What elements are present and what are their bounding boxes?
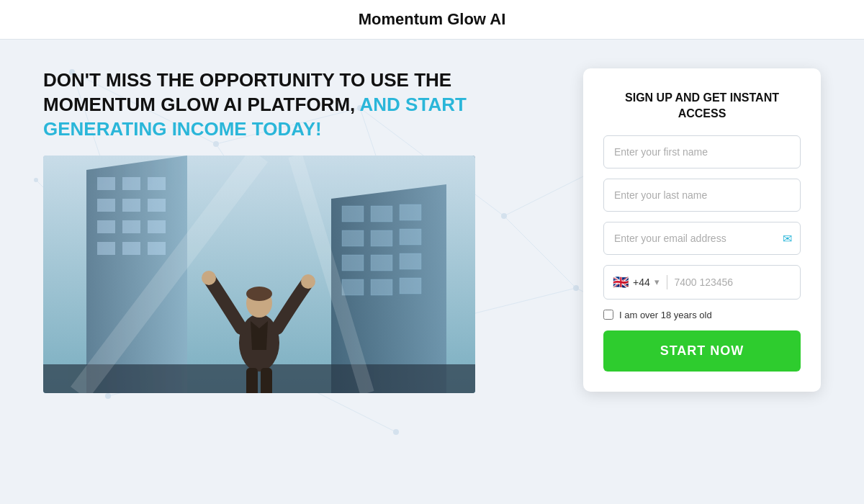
svg-rect-54 — [400, 229, 421, 245]
last-name-input[interactable] — [603, 179, 801, 212]
svg-rect-56 — [371, 255, 392, 271]
age-checkbox[interactable] — [603, 310, 613, 320]
svg-rect-36 — [97, 177, 115, 190]
svg-rect-43 — [122, 220, 140, 233]
phone-wrapper: 🇬🇧 +44 ▾ — [603, 265, 801, 300]
svg-rect-49 — [342, 206, 364, 222]
age-label[interactable]: I am over 18 years old — [619, 310, 712, 320]
svg-rect-50 — [371, 206, 392, 222]
svg-rect-68 — [261, 368, 272, 393]
phone-code: +44 — [633, 276, 650, 288]
left-column: DON'T MISS THE OPPORTUNITY TO USE THE MO… — [43, 68, 554, 393]
svg-rect-44 — [148, 220, 166, 233]
svg-rect-52 — [342, 230, 364, 246]
phone-input[interactable] — [674, 276, 791, 288]
svg-rect-42 — [97, 220, 115, 233]
svg-rect-57 — [400, 253, 421, 269]
email-icon: ✉ — [783, 231, 792, 245]
svg-rect-37 — [122, 177, 140, 190]
svg-rect-41 — [148, 199, 166, 212]
hero-image — [43, 156, 475, 393]
svg-rect-39 — [97, 199, 115, 212]
svg-point-65 — [202, 271, 216, 285]
phone-flag-icon: 🇬🇧 — [613, 274, 629, 290]
svg-point-66 — [301, 274, 315, 289]
svg-rect-40 — [122, 199, 140, 212]
svg-rect-38 — [148, 177, 166, 190]
svg-rect-55 — [342, 255, 364, 271]
age-verification-row: I am over 18 years old — [603, 310, 801, 320]
svg-point-64 — [246, 287, 272, 301]
email-wrapper: ✉ — [603, 222, 801, 255]
svg-rect-53 — [371, 230, 392, 246]
svg-rect-46 — [122, 242, 140, 255]
hero-headline: DON'T MISS THE OPPORTUNITY TO USE THE MO… — [43, 68, 475, 141]
page-header: Momentum Glow AI — [0, 0, 864, 40]
svg-rect-51 — [400, 204, 421, 220]
start-now-button[interactable]: START NOW — [603, 330, 801, 372]
page-title: Momentum Glow AI — [359, 10, 506, 28]
form-title: SIGN UP AND GET INSTANT ACCESS — [603, 90, 801, 122]
svg-rect-59 — [371, 279, 392, 295]
main-content: DON'T MISS THE OPPORTUNITY TO USE THE MO… — [0, 40, 864, 504]
svg-rect-58 — [342, 279, 364, 295]
signup-form-card: SIGN UP AND GET INSTANT ACCESS ✉ 🇬🇧 +44 … — [583, 68, 821, 392]
email-input[interactable] — [603, 222, 801, 255]
phone-divider — [667, 275, 667, 289]
svg-rect-67 — [246, 368, 258, 393]
phone-separator: ▾ — [654, 276, 660, 287]
svg-rect-47 — [148, 242, 166, 255]
svg-rect-45 — [97, 242, 115, 255]
svg-rect-60 — [400, 278, 421, 294]
first-name-input[interactable] — [603, 135, 801, 168]
